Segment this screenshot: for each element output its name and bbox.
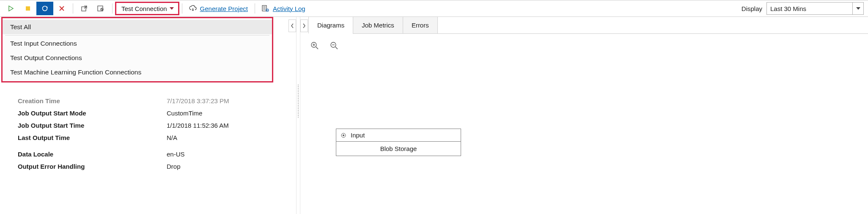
toolbar-separator — [73, 3, 73, 14]
chevron-down-icon — [856, 7, 860, 10]
property-label: Creation Time — [18, 97, 167, 104]
property-row: Data Localeen-US — [18, 148, 288, 160]
svg-point-2 — [43, 6, 47, 11]
tab-errors[interactable]: Errors — [403, 16, 438, 33]
zoom-in-icon — [310, 41, 319, 50]
activity-log-label: Activity Log — [273, 5, 305, 12]
refresh-button[interactable] — [36, 2, 53, 15]
toolbar-separator — [255, 3, 255, 14]
svg-marker-9 — [170, 7, 174, 10]
property-label: Data Locale — [18, 151, 167, 158]
tab-job-metrics[interactable]: Job Metrics — [353, 16, 403, 33]
copy-link-button[interactable] — [93, 2, 110, 15]
diagram-input-title: Input — [351, 132, 365, 139]
svg-point-15 — [267, 10, 268, 11]
display-label: Display — [742, 5, 762, 12]
property-label: Last Output Time — [18, 134, 167, 141]
activity-log-button[interactable]: Activity Log — [258, 2, 310, 15]
zoom-out-button[interactable] — [330, 41, 338, 50]
chevron-down-icon — [170, 7, 174, 10]
test-connection-menu: Test All Test Input Connections Test Out… — [1, 17, 273, 82]
property-value: 1/1/2018 11:52:36 AM — [167, 122, 229, 129]
property-value: 7/17/2018 3:37:23 PM — [167, 97, 229, 104]
activity-log-icon — [262, 5, 269, 12]
input-node-icon — [341, 132, 346, 138]
toolbar-separator — [182, 3, 182, 14]
zoom-out-icon — [330, 41, 338, 50]
property-row: Output Error HandlingDrop — [18, 160, 288, 173]
property-label: Job Output Start Time — [18, 122, 167, 129]
property-value: Drop — [167, 163, 181, 170]
property-row: Job Output Start ModeCustomTime — [18, 107, 288, 119]
run-button[interactable] — [3, 2, 19, 15]
svg-marker-0 — [9, 6, 13, 11]
splitter[interactable] — [296, 17, 300, 214]
toolbar-separator — [112, 3, 113, 14]
svg-line-22 — [335, 47, 338, 49]
diagram-pane: Diagrams Job Metrics Errors Input Blob S… — [300, 17, 868, 214]
diagram-input-subtitle: Blob Storage — [336, 142, 461, 156]
svg-line-18 — [316, 47, 318, 49]
generate-project-label: Generate Project — [200, 5, 248, 12]
chevron-left-icon — [291, 23, 294, 28]
property-value: en-US — [167, 151, 185, 158]
test-connection-label: Test Connection — [121, 5, 167, 12]
svg-point-25 — [343, 134, 344, 136]
splitter-handle[interactable] — [298, 85, 299, 118]
cloud-download-icon — [189, 5, 197, 12]
toolbar: Test Connection Generate Project Activit… — [0, 0, 868, 17]
tab-diagrams[interactable]: Diagrams — [308, 16, 353, 33]
zoom-bar — [300, 34, 868, 50]
menu-item-test-output[interactable]: Test Output Connections — [3, 51, 272, 65]
tabs: Diagrams Job Metrics Errors — [309, 17, 868, 34]
display-dropdown-button[interactable] — [852, 3, 863, 14]
menu-item-test-ml[interactable]: Test Machine Learning Function Connectio… — [3, 65, 272, 80]
property-row: Creation Time7/17/2018 3:37:23 PM — [18, 95, 288, 107]
generate-project-button[interactable]: Generate Project — [185, 2, 252, 15]
zoom-in-button[interactable] — [310, 41, 319, 50]
chevron-right-icon — [302, 23, 306, 28]
property-label: Output Error Handling — [18, 163, 167, 170]
test-connection-dropdown[interactable]: Test Connection — [115, 2, 179, 15]
property-row: Last Output TimeN/A — [18, 132, 288, 144]
property-value: CustomTime — [167, 110, 202, 117]
svg-rect-1 — [26, 6, 30, 11]
menu-item-test-input[interactable]: Test Input Connections — [3, 36, 272, 51]
display-value: Last 30 Mins — [770, 5, 806, 12]
menu-separator — [5, 35, 269, 36]
menu-item-test-all[interactable]: Test All — [3, 20, 272, 34]
property-row: Job Output Start Time1/1/2018 11:52:36 A… — [18, 119, 288, 132]
stop-button[interactable] — [19, 2, 36, 15]
collapse-right-button[interactable] — [300, 19, 308, 32]
display-select[interactable]: Last 30 Mins — [766, 2, 864, 15]
diagram-input-node[interactable]: Input Blob Storage — [336, 129, 461, 156]
svg-marker-16 — [856, 7, 860, 10]
svg-rect-7 — [98, 6, 103, 11]
collapse-left-button[interactable] — [288, 19, 296, 32]
open-external-button[interactable] — [76, 2, 93, 15]
delete-button[interactable] — [53, 2, 70, 15]
property-label: Job Output Start Mode — [18, 110, 167, 117]
property-value: N/A — [167, 134, 177, 141]
display-group: Display Last 30 Mins — [742, 2, 864, 15]
